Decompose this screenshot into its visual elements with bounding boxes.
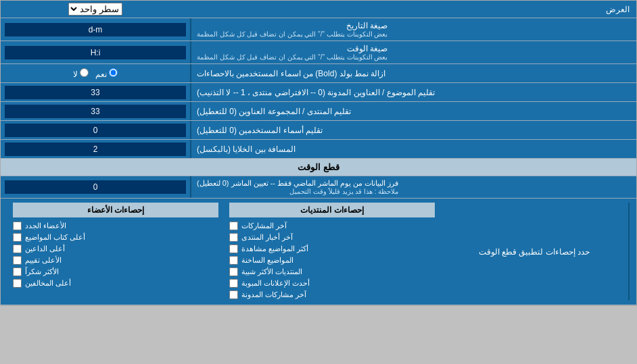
checkbox-latest-ads[interactable]: [229, 279, 238, 288]
username-trim-input-wrap[interactable]: [1, 121, 190, 139]
checkbox-last-news[interactable]: [229, 233, 238, 242]
realtime-section-header: قطع الوقت: [1, 159, 636, 176]
checkbox-popular-forums[interactable]: [229, 267, 238, 276]
forums-stats-header: إحصاءات المنتديات: [229, 203, 435, 217]
checkbox-item: آخر مشاركات المدونة: [229, 289, 435, 301]
topic-order-input[interactable]: [5, 86, 186, 99]
checkbox-item: الأكثر شكراً: [13, 266, 218, 278]
topic-order-input-wrap[interactable]: [1, 83, 190, 101]
topic-order-row: تقليم الموضوع / العناوين المدونة (0 -- ا…: [1, 83, 636, 102]
checkbox-hot-topics[interactable]: [229, 256, 238, 265]
cell-padding-input[interactable]: [5, 142, 186, 156]
forum-order-row: تقليم المنتدى / المجموعة العناوين (0 للت…: [1, 102, 636, 121]
bold-radio-no-label[interactable]: لا: [73, 68, 89, 79]
display-row: العرض سطر واحد: [1, 1, 636, 18]
bold-remove-label: ازالة نمط بولد (Bold) من اسماء المستخدمي…: [190, 64, 636, 82]
checkbox-new-members[interactable]: [13, 222, 22, 230]
checkboxes-layout: حدد إحصاءات لتطبيق قطع الوقت إحصاءات الم…: [7, 203, 630, 301]
username-trim-input[interactable]: [5, 124, 186, 137]
forum-order-input-wrap[interactable]: [1, 102, 190, 120]
username-trim-row: تقليم أسماء المستخدمين (0 للتعطيل): [1, 121, 636, 140]
display-input[interactable]: سطر واحد: [1, 1, 190, 18]
bold-radio-group: نعم لا: [68, 68, 124, 79]
checkbox-last-blog[interactable]: [229, 290, 238, 299]
checkbox-item: الأعضاء الجدد: [13, 220, 218, 232]
checkbox-top-writers[interactable]: [13, 233, 22, 242]
members-stats-header: إحصاءات الأعضاء: [13, 203, 218, 217]
main-container: العرض سطر واحد صيغة التاريخ بعض التكوينا…: [0, 0, 637, 306]
forum-order-label: تقليم المنتدى / المجموعة العناوين (0 للت…: [190, 102, 636, 120]
bold-radio-no[interactable]: [80, 68, 89, 77]
display-select[interactable]: سطر واحد: [68, 3, 122, 16]
checkbox-top-violators[interactable]: [13, 279, 22, 288]
realtime-filter-input-wrap[interactable]: [1, 176, 190, 198]
checkbox-item: أعلى كتاب المواضيع: [13, 232, 218, 243]
cell-padding-row: المسافة بين الخلايا (بالبكسل): [1, 140, 636, 159]
date-format-input[interactable]: [5, 23, 186, 36]
bold-radio-yes-label[interactable]: نعم: [95, 68, 118, 79]
cell-padding-label: المسافة بين الخلايا (بالبكسل): [190, 140, 636, 158]
checkbox-most-viewed[interactable]: [229, 244, 238, 253]
checkbox-item: الأعلى تقييم: [13, 255, 218, 266]
topic-order-label: تقليم الموضوع / العناوين المدونة (0 -- ا…: [190, 83, 636, 101]
checkbox-item: أكثر المواضيع مشاهدة: [229, 243, 435, 255]
checkbox-top-callers[interactable]: [13, 244, 22, 253]
checkboxes-section: حدد إحصاءات لتطبيق قطع الوقت إحصاءات الم…: [1, 199, 636, 305]
bold-remove-input-wrap: نعم لا: [1, 64, 190, 82]
checkbox-item: أحدث الإعلانات المبوبة: [229, 278, 435, 289]
cell-padding-input-wrap[interactable]: [1, 140, 190, 158]
forums-stats-col: إحصاءات المنتديات آخر المشاركات آخر أخبا…: [224, 203, 440, 301]
time-format-input-wrap[interactable]: [1, 41, 190, 63]
bold-remove-row: ازالة نمط بولد (Bold) من اسماء المستخدمي…: [1, 64, 636, 83]
date-format-input-wrap[interactable]: [1, 18, 190, 41]
checkbox-item: المواضيع الساخنة: [229, 255, 435, 266]
checkbox-item: المنتديات الأكثر شبية: [229, 266, 435, 278]
realtime-filter-label: فرز البيانات من يوم الماشر الماضي فقط --…: [190, 176, 636, 198]
date-format-label: صيغة التاريخ بعض التكوينات يتطلب "/" الت…: [190, 18, 636, 41]
filter-section-label: حدد إحصاءات لتطبيق قطع الوقت: [440, 203, 630, 301]
checkbox-item: أعلى الداعين: [13, 243, 218, 255]
checkbox-item: آخر أخبار المنتدى: [229, 232, 435, 243]
checkbox-item: آخر المشاركات: [229, 220, 435, 232]
time-format-input[interactable]: [5, 46, 186, 59]
realtime-filter-row: فرز البيانات من يوم الماشر الماضي فقط --…: [1, 176, 636, 199]
username-trim-label: تقليم أسماء المستخدمين (0 للتعطيل): [190, 121, 636, 139]
date-format-row: صيغة التاريخ بعض التكوينات يتطلب "/" الت…: [1, 18, 636, 41]
members-stats-col: إحصاءات الأعضاء الأعضاء الجدد أعلى كتاب …: [7, 203, 224, 301]
realtime-filter-input[interactable]: [5, 180, 186, 194]
forum-order-input[interactable]: [5, 105, 186, 118]
checkbox-item: أعلى المخالفين: [13, 278, 218, 289]
checkbox-highest-rated[interactable]: [13, 256, 22, 265]
checkbox-last-posts[interactable]: [229, 222, 238, 230]
checkbox-most-thanked[interactable]: [13, 267, 22, 276]
display-label: العرض: [190, 2, 636, 17]
bold-radio-yes[interactable]: [109, 68, 118, 77]
time-format-label: صيغة الوقت بعض التكوينات يتطلب "/" التي …: [190, 41, 636, 63]
time-format-row: صيغة الوقت بعض التكوينات يتطلب "/" التي …: [1, 41, 636, 64]
